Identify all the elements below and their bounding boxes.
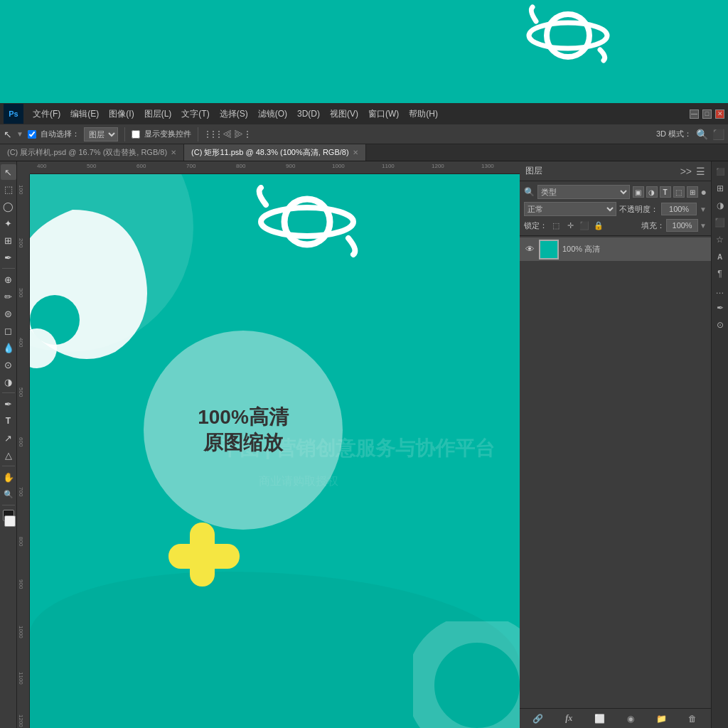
layout-icon[interactable]: ⬛ — [712, 129, 724, 140]
canvas-area[interactable]: 千图 | 营销创意服务与协作平台 商业请购取授权 100%高清 原图缩放 — [30, 174, 520, 728]
filter-toggle[interactable]: ● — [701, 186, 707, 198]
tool-zoom[interactable]: 🔍 — [1, 486, 16, 502]
preview-text-line2: 原图缩放 — [198, 430, 289, 456]
tool-brush[interactable]: ✏ — [1, 289, 16, 304]
tool-select-rect[interactable]: ⬚ — [1, 181, 16, 197]
tool-heal[interactable]: ⊕ — [1, 272, 16, 287]
tool-blur[interactable]: ⊙ — [1, 357, 16, 373]
tool-path-select[interactable]: ↗ — [1, 430, 16, 446]
tab-exhibit[interactable]: (C) 展示样机.psd @ 16.7% (双击替换, RGB/8) ✕ — [0, 144, 184, 161]
svg-rect-7 — [168, 544, 240, 569]
blend-mode-row: 正常 不透明度： ▼ — [524, 202, 707, 216]
layer-item-hd[interactable]: 👁 100% 高清 — [520, 237, 711, 262]
minimize-button[interactable]: — — [690, 109, 699, 119]
filter-shape-icon[interactable]: ⬚ — [673, 186, 685, 198]
layer-filter-row: 🔍 类型 ▣ ◑ T ⬚ ⊞ ● — [524, 185, 707, 199]
panel-menu-icon[interactable]: ☰ — [696, 166, 705, 177]
tab-exhibit-close[interactable]: ✕ — [171, 149, 176, 156]
tool-crop[interactable]: ⊞ — [1, 232, 16, 248]
right-panels-container: 图层 >> ☰ 🔍 类型 ▣ ◑ T — [520, 161, 711, 728]
tool-clone[interactable]: ⊜ — [1, 306, 16, 321]
tool-sep-2 — [2, 392, 15, 393]
maximize-button[interactable]: □ — [702, 109, 712, 119]
sidebar-char-icon[interactable]: A — [713, 250, 727, 264]
menu-3d[interactable]: 3D(D) — [293, 107, 324, 120]
mode-label: 3D 模式： — [656, 129, 692, 139]
auto-select-dropdown[interactable]: 图层 — [84, 127, 118, 141]
layers-panel-title: 图层 — [525, 165, 676, 177]
filter-text-icon[interactable]: T — [660, 186, 671, 198]
tool-pen[interactable]: ✒ — [1, 396, 16, 412]
opacity-arrow[interactable]: ▼ — [700, 205, 707, 213]
show-transform-checkbox[interactable] — [132, 130, 140, 139]
layer-link-btn[interactable]: 🔗 — [531, 712, 545, 726]
menu-edit[interactable]: 编辑(E) — [66, 107, 103, 122]
top-banner — [0, 0, 728, 103]
layer-mask-btn[interactable]: ⬜ — [593, 712, 607, 726]
tool-paint-bucket[interactable]: 💧 — [1, 340, 16, 355]
lock-all-icon[interactable]: 🔒 — [593, 220, 604, 231]
tool-lasso[interactable]: ◯ — [1, 198, 16, 214]
tool-wand[interactable]: ✦ — [1, 215, 16, 231]
tool-move[interactable]: ↖ — [1, 164, 16, 180]
tool-text[interactable]: T — [1, 413, 16, 429]
sidebar-extra2-icon[interactable]: ⊙ — [713, 318, 727, 332]
sidebar-extra-icon[interactable]: … — [713, 284, 727, 298]
svg-point-1 — [529, 23, 607, 48]
filter-adjust-icon[interactable]: ◑ — [646, 186, 658, 198]
tool-bg-color[interactable] — [4, 515, 16, 527]
window-controls: — □ ✕ — [690, 109, 724, 119]
auto-select-checkbox[interactable] — [28, 130, 36, 139]
menu-help[interactable]: 帮助(H) — [405, 107, 442, 122]
layer-fx-btn[interactable]: fx — [562, 712, 576, 726]
layer-adjust-btn[interactable]: ◉ — [623, 712, 638, 726]
menu-window[interactable]: 窗口(W) — [364, 107, 403, 122]
menu-layer[interactable]: 图层(L) — [140, 107, 176, 122]
tool-dodge[interactable]: ◑ — [1, 374, 16, 390]
search-icon[interactable]: 🔍 — [696, 129, 708, 140]
preview-text-line1: 100%高清 — [198, 405, 289, 430]
lock-move-icon[interactable]: ✛ — [564, 220, 576, 231]
ruler-horizontal: 400 500 600 700 800 900 1000 1100 1200 1… — [30, 161, 520, 174]
menu-image[interactable]: 图像(I) — [105, 107, 138, 122]
tab-rect[interactable]: (C) 矩形11.psb @ 48.3% (100%高清, RGB/8) ✕ — [184, 144, 365, 161]
fill-input[interactable] — [666, 219, 698, 232]
sidebar-swatches-icon[interactable]: ⬛ — [713, 215, 727, 230]
tool-hand[interactable]: ✋ — [1, 469, 16, 485]
layer-type-filter[interactable]: 类型 — [537, 185, 630, 199]
ps-application: Ps 文件(F) 编辑(E) 图像(I) 图层(L) 文字(T) 选择(S) 滤… — [0, 103, 728, 728]
panel-bottom-toolbar: 🔗 fx ⬜ ◉ 📁 🗑 — [520, 708, 711, 728]
tool-eraser[interactable]: ◻ — [1, 323, 16, 338]
panel-expand-icon[interactable]: >> — [680, 166, 692, 177]
sidebar-para-icon[interactable]: ¶ — [713, 267, 727, 281]
sidebar-style-icon[interactable]: ☆ — [713, 232, 727, 247]
lock-pixel-icon[interactable]: ⬚ — [550, 220, 562, 231]
lock-artboard-icon[interactable]: ⬛ — [579, 220, 590, 231]
sidebar-properties-icon[interactable]: ⊞ — [713, 181, 727, 196]
menu-select[interactable]: 选择(S) — [215, 107, 252, 122]
layer-delete-btn[interactable]: 🗑 — [685, 712, 700, 726]
tab-rect-close[interactable]: ✕ — [353, 149, 358, 156]
fill-arrow[interactable]: ▼ — [700, 222, 707, 230]
tool-eyedropper[interactable]: ✒ — [1, 250, 16, 265]
menu-text[interactable]: 文字(T) — [177, 107, 213, 122]
layer-group-btn[interactable]: 📁 — [655, 712, 669, 726]
opacity-input[interactable] — [661, 203, 697, 215]
sidebar-path-icon[interactable]: ✒ — [713, 301, 727, 315]
canvas-content: 千图 | 营销创意服务与协作平台 商业请购取授权 100%高清 原图缩放 — [30, 174, 520, 728]
menu-view[interactable]: 视图(V) — [326, 107, 363, 122]
filter-pixel-icon[interactable]: ▣ — [633, 186, 644, 198]
sidebar-layers-icon[interactable]: ⬛ — [713, 164, 727, 178]
filter-smart-icon[interactable]: ⊞ — [687, 186, 698, 198]
sidebar-adjust-icon[interactable]: ◑ — [713, 198, 727, 213]
blend-mode-select[interactable]: 正常 — [524, 202, 616, 216]
auto-select-label: 自动选择： — [41, 129, 80, 139]
close-button[interactable]: ✕ — [715, 109, 724, 119]
menu-filter[interactable]: 滤镜(O) — [254, 107, 291, 122]
layer-visibility-toggle[interactable]: 👁 — [524, 244, 535, 255]
yellow-cross — [168, 523, 240, 615]
tool-shape[interactable]: △ — [1, 447, 16, 463]
move-tool-icon: ↖ — [4, 129, 12, 140]
menu-file[interactable]: 文件(F) — [28, 107, 65, 122]
tool-sep-4 — [2, 505, 15, 505]
